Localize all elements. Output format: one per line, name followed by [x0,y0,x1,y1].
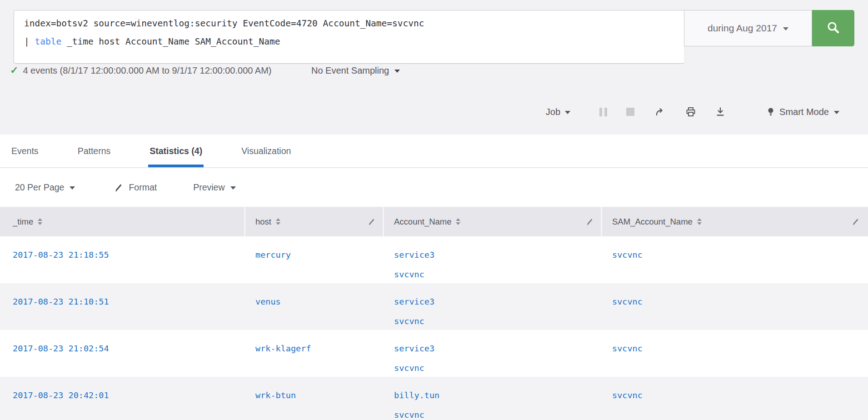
search-mode-label: Smart Mode [779,107,829,117]
query-pipe: | [24,36,35,47]
table-row: 2017-08-23 20:42:01 wrk-btun billy.tun s… [0,377,868,420]
table-row: 2017-08-23 21:10:51 venus service3 svcvn… [0,283,868,330]
format-button[interactable]: Format [114,182,157,193]
stop-job-button[interactable] [626,108,634,116]
results-table-header: _time host Account_Name SAM_Account_Name [0,207,868,236]
cell-account-name[interactable]: service3 svcvnc [384,283,602,330]
chevron-down-icon [783,27,788,30]
cell-host[interactable]: venus [245,283,384,330]
tab-events[interactable]: Events [11,135,39,167]
job-done-check-icon: ✓ [10,65,18,76]
cell-host[interactable]: mercury [245,236,384,283]
job-menu-dropdown[interactable]: Job [546,107,570,117]
print-icon [685,106,696,117]
tab-visualization[interactable]: Visualization [241,135,291,167]
table-row: 2017-08-23 21:18:55 mercury service3 svc… [0,236,868,283]
pause-job-button[interactable] [599,108,607,116]
stop-icon [626,108,634,116]
cell-time[interactable]: 2017-08-23 21:10:51 [0,283,245,330]
event-sampling-dropdown[interactable]: No Event Sampling [311,62,400,79]
job-menu-label: Job [546,107,560,117]
cell-host[interactable]: wrk-btun [245,377,384,420]
statistics-toolbar: 20 Per Page Format Preview [0,168,868,207]
column-header-host[interactable]: host [245,207,384,236]
pause-icon [599,108,607,116]
share-icon [654,107,665,117]
results-tabs: Events Patterns Statistics (4) Visualiza… [0,135,868,168]
spl-command-token: table [35,36,61,47]
job-status-line: ✓ 4 events (8/1/17 12:00:00.000 AM to 9/… [10,62,272,79]
preview-dropdown[interactable]: Preview [193,182,235,193]
print-button[interactable] [685,106,696,117]
cell-host[interactable]: wrk-klagerf [245,330,384,377]
column-header-time[interactable]: _time [0,207,245,236]
chevron-down-icon [230,186,236,190]
chevron-down-icon [70,186,75,190]
chevron-down-icon [834,111,839,114]
table-row: 2017-08-23 21:02:54 wrk-klagerf service3… [0,330,868,377]
chevron-down-icon [394,70,400,73]
cell-sam-account-name[interactable]: svcvnc [602,377,867,420]
per-page-label: 20 Per Page [15,182,64,193]
search-input[interactable]: index=botsv2 source=wineventlog:security… [14,10,684,64]
column-header-sam-account-name[interactable]: SAM_Account_Name [602,207,867,236]
time-range-label: during Aug 2017 [708,23,777,34]
share-job-button[interactable] [654,107,665,117]
sort-icon [38,218,42,225]
tab-patterns[interactable]: Patterns [78,135,111,167]
cell-account-name[interactable]: billy.tun svcvnc [384,377,602,420]
query-line-1: index=botsv2 source=wineventlog:security… [24,18,424,29]
sort-icon [276,218,280,225]
cell-account-name[interactable]: service3 svcvnc [384,330,602,377]
active-tab-underline [148,165,204,167]
cell-time[interactable]: 2017-08-23 21:02:54 [0,330,245,377]
cell-sam-account-name[interactable]: svcvnc [602,236,867,283]
search-bar: index=botsv2 source=wineventlog:security… [14,10,854,64]
per-page-dropdown[interactable]: 20 Per Page [15,182,75,193]
format-label: Format [129,182,157,193]
query-line-2-rest: _time host Account_Name SAM_Account_Name [61,36,280,47]
event-sampling-label: No Event Sampling [311,65,389,76]
edit-column-icon[interactable] [852,218,860,226]
sort-icon [697,218,702,225]
preview-label: Preview [193,182,224,193]
cell-sam-account-name[interactable]: svcvnc [602,330,867,377]
cell-sam-account-name[interactable]: svcvnc [602,283,867,330]
cell-account-name[interactable]: service3 svcvnc [384,236,602,283]
results-table-body: 2017-08-23 21:18:55 mercury service3 svc… [0,236,868,420]
format-pencil-icon [114,183,123,192]
cell-time[interactable]: 2017-08-23 21:18:55 [0,236,245,283]
chevron-down-icon [565,111,570,114]
export-download-icon [715,106,725,117]
export-results-button[interactable] [715,106,725,117]
edit-column-icon[interactable] [586,218,594,226]
time-range-picker[interactable]: during Aug 2017 [684,10,812,46]
lightbulb-icon [767,106,774,117]
edit-column-icon[interactable] [368,218,376,226]
search-mode-dropdown[interactable]: Smart Mode [767,106,839,117]
cell-time[interactable]: 2017-08-23 20:42:01 [0,377,245,420]
search-button[interactable] [812,10,854,46]
tab-statistics[interactable]: Statistics (4) [150,135,202,167]
magnifier-icon [825,20,842,36]
job-controls-bar: Job [546,103,839,121]
column-header-account-name[interactable]: Account_Name [384,207,602,236]
sort-icon [456,218,460,225]
events-summary: 4 events (8/1/17 12:00:00.000 AM to 9/1/… [23,65,271,76]
